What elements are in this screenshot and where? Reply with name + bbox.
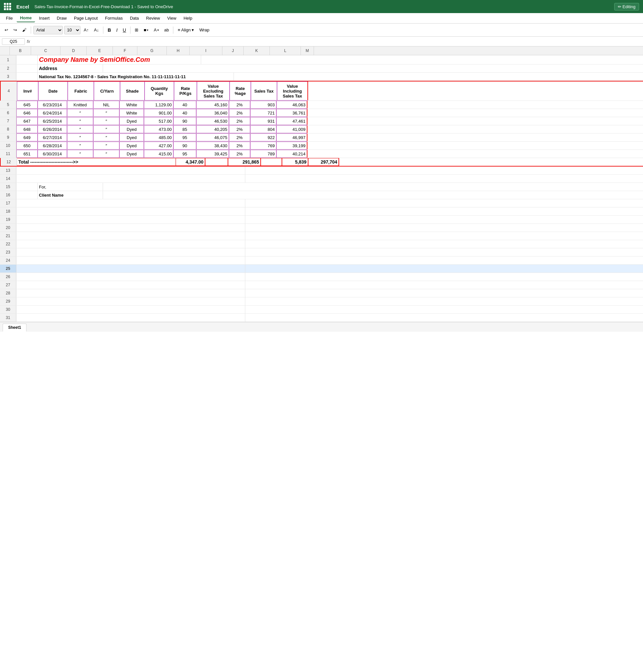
menu-draw[interactable]: Draw [53, 14, 70, 22]
cell-valincl-6[interactable]: 36,761 [276, 109, 307, 117]
cell-shade-9[interactable]: Dyed [119, 133, 144, 141]
cell-rate-9[interactable]: 95 [173, 133, 196, 141]
cell-reference-input[interactable] [2, 38, 25, 45]
underline-button[interactable]: U [121, 26, 128, 34]
row-num-15[interactable]: 15 [0, 183, 16, 191]
cell-22-empty[interactable] [16, 240, 245, 248]
cell-valincl-11[interactable]: 40,214 [276, 150, 307, 158]
cell-date-8[interactable]: 6/26/2014 [38, 125, 67, 133]
col-header-L[interactable]: L [270, 47, 301, 55]
cell-fabric-7[interactable]: ″ [67, 117, 93, 125]
cell-C1-company[interactable]: Company Name by SemiOffice.Com [38, 55, 201, 64]
cell-B16[interactable] [16, 191, 38, 199]
font-size-select[interactable]: 10 [64, 26, 81, 34]
menu-page-layout[interactable]: Page Layout [71, 14, 101, 22]
cell-C3-taxinfo[interactable]: National Tax No. 1234567-8 - Sales Tax R… [38, 73, 234, 81]
cell-valexcl-11[interactable]: 39,425 [196, 150, 229, 158]
cell-valexcl-header[interactable]: Value Excluding Sales Tax [197, 82, 230, 100]
col-header-I[interactable]: I [190, 47, 222, 55]
menu-home[interactable]: Home [17, 14, 35, 22]
row-num-17[interactable]: 17 [0, 199, 16, 207]
cell-salestax-header[interactable]: Sales Tax [251, 82, 277, 100]
cell-26-empty[interactable] [16, 273, 245, 281]
cell-valexcl-9[interactable]: 46,075 [196, 133, 229, 141]
cell-salestax-9[interactable]: 922 [250, 133, 276, 141]
row-num-5[interactable]: 5 [0, 101, 16, 109]
cell-ratepct-10[interactable]: 2% [229, 142, 250, 149]
row-num-22[interactable]: 22 [0, 240, 16, 248]
row-num-25[interactable]: 25 [0, 265, 16, 273]
cell-salestax-10[interactable]: 769 [250, 142, 276, 149]
cell-valexcl-7[interactable]: 46,530 [196, 117, 229, 125]
cell-date-6[interactable]: 6/24/2014 [38, 109, 67, 117]
cell-salestax-11[interactable]: 789 [250, 150, 276, 158]
increase-font-button[interactable]: A↑ [82, 26, 90, 33]
row-num-28[interactable]: 28 [0, 289, 16, 297]
cell-cyarn-11[interactable]: ″ [93, 150, 119, 158]
font-color-button[interactable]: A▾ [152, 26, 161, 33]
cell-inv-9[interactable]: 649 [16, 133, 38, 141]
menu-view[interactable]: View [164, 14, 180, 22]
cell-valincl-8[interactable]: 41,009 [276, 125, 307, 133]
row-num-11[interactable]: 11 [0, 150, 16, 158]
cell-total-rate-empty[interactable] [205, 158, 228, 166]
cell-fabric-8[interactable]: ″ [67, 125, 93, 133]
cell-inv-8[interactable]: 648 [16, 125, 38, 133]
col-header-G[interactable]: G [137, 47, 167, 55]
cell-31-empty[interactable] [16, 314, 245, 322]
cell-cyarn-10[interactable]: ″ [93, 142, 119, 149]
cell-fabric-header[interactable]: Fabric [68, 82, 94, 100]
cell-valexcl-10[interactable]: 38,430 [196, 142, 229, 149]
cell-date-11[interactable]: 6/30/2014 [38, 150, 67, 158]
cell-cyarn-8[interactable]: ″ [93, 125, 119, 133]
cell-date-header[interactable]: Date [38, 82, 68, 100]
cell-shade-6[interactable]: White [119, 109, 144, 117]
sheet-tab-1[interactable]: Sheet1 [3, 324, 26, 332]
cell-cyarn-header[interactable]: C/Yarn [94, 82, 120, 100]
cell-valincl-7[interactable]: 47,461 [276, 117, 307, 125]
menu-insert[interactable]: Insert [36, 14, 53, 22]
row-num-6[interactable]: 6 [0, 109, 16, 117]
cell-date-10[interactable]: 6/28/2014 [38, 142, 67, 149]
cell-shade-8[interactable]: Dyed [119, 125, 144, 133]
cell-inv-11[interactable]: 651 [16, 150, 38, 158]
cell-cyarn-6[interactable]: ″ [93, 109, 119, 117]
cell-13-empty[interactable] [16, 167, 245, 175]
cell-cyarn-7[interactable]: ″ [93, 117, 119, 125]
row-num-30[interactable]: 30 [0, 305, 16, 313]
cell-C15-for[interactable]: For, [38, 183, 103, 191]
cell-25-empty[interactable] [16, 265, 245, 273]
cell-ratepct-6[interactable]: 2% [229, 109, 250, 117]
cell-inv-header[interactable]: Inv# [17, 82, 38, 100]
cell-14-empty[interactable] [16, 175, 245, 182]
cell-fabric-9[interactable]: ″ [67, 133, 93, 141]
row-num-29[interactable]: 29 [0, 297, 16, 305]
cell-salestax-7[interactable]: 931 [250, 117, 276, 125]
undo-button[interactable]: ↩ [3, 26, 10, 33]
cell-shade-header[interactable]: Shade [120, 82, 145, 100]
cell-shade-5[interactable]: White [119, 101, 144, 109]
cell-B1[interactable] [16, 55, 38, 64]
col-header-K[interactable]: K [244, 47, 270, 55]
cell-salestax-8[interactable]: 804 [250, 125, 276, 133]
row-num-19[interactable]: 19 [0, 216, 16, 224]
bold-button[interactable]: B [106, 26, 113, 34]
row-num-23[interactable]: 23 [0, 248, 16, 256]
cell-shade-7[interactable]: Dyed [119, 117, 144, 125]
cell-rate-7[interactable]: 90 [173, 117, 196, 125]
cell-fabric-10[interactable]: ″ [67, 142, 93, 149]
cell-rate-5[interactable]: 40 [173, 101, 196, 109]
strikethrough-button[interactable]: ab [162, 26, 171, 33]
menu-data[interactable]: Data [126, 14, 142, 22]
cell-ratepct-5[interactable]: 2% [229, 101, 250, 109]
cell-qty-5[interactable]: 1,129.00 [144, 101, 173, 109]
row-num-10[interactable]: 10 [0, 142, 16, 149]
col-header-J[interactable]: J [222, 47, 244, 55]
cell-ratepct-11[interactable]: 2% [229, 150, 250, 158]
borders-button[interactable]: ⊞ [133, 26, 140, 33]
redo-button[interactable]: ↪ [11, 26, 19, 33]
cell-fabric-11[interactable]: ″ [67, 150, 93, 158]
row-num-12[interactable]: 12 [1, 158, 17, 166]
cell-rate-10[interactable]: 90 [173, 142, 196, 149]
cell-rate-11[interactable]: 95 [173, 150, 196, 158]
